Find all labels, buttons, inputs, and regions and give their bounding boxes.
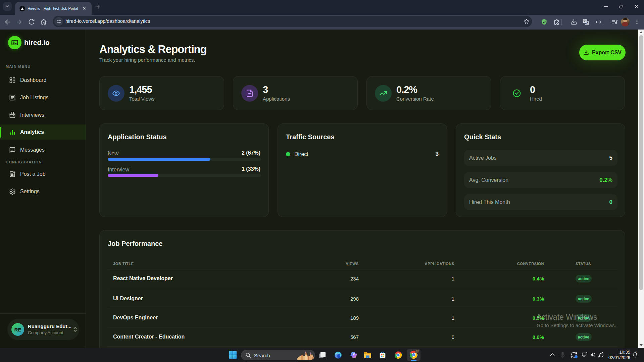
svg-text:文: 文 (583, 19, 586, 22)
svg-text:A: A (586, 22, 588, 25)
